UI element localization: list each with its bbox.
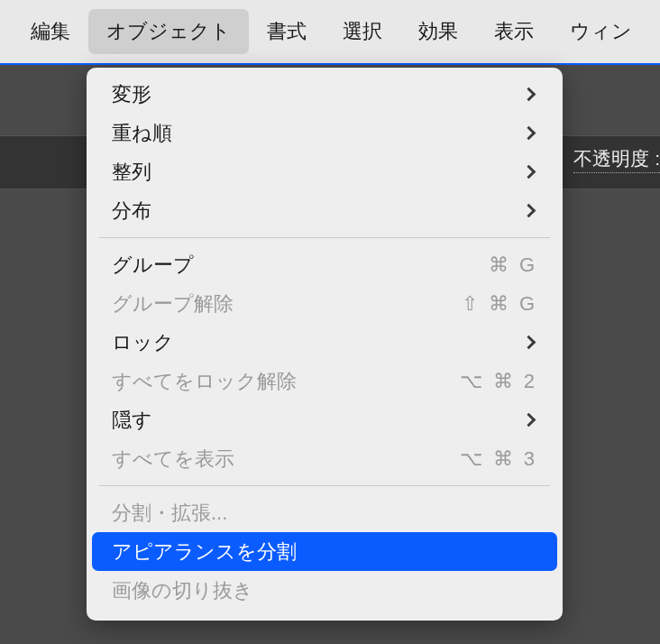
menu-window[interactable]: ウィン — [552, 9, 650, 54]
menu-item-label: 重ね順 — [112, 120, 172, 147]
shortcut-label: ⌘ G — [489, 253, 537, 277]
menu-expand: 分割・拡張... — [92, 493, 557, 532]
menu-edit[interactable]: 編集 — [13, 9, 88, 54]
menu-ungroup: グループ解除 ⇧ ⌘ G — [92, 284, 557, 323]
shortcut-label: ⌥ ⌘ 3 — [460, 447, 537, 471]
opacity-label: 不透明度 : — [573, 146, 660, 173]
menu-group[interactable]: グループ ⌘ G — [92, 245, 557, 284]
chevron-right-icon — [522, 413, 536, 428]
menu-item-label: 画像の切り抜き — [112, 577, 253, 604]
menu-separator — [99, 485, 550, 486]
menu-item-label: すべてを表示 — [112, 446, 234, 473]
chevron-right-icon — [522, 336, 536, 350]
menu-view[interactable]: 表示 — [476, 9, 552, 54]
menu-item-label: 分布 — [112, 198, 151, 225]
menu-select[interactable]: 選択 — [325, 9, 400, 54]
chevron-right-icon — [522, 165, 536, 179]
menu-effect[interactable]: 効果 — [400, 9, 476, 54]
chevron-right-icon — [522, 87, 536, 102]
menu-expand-appearance[interactable]: アピアランスを分割 — [92, 532, 557, 571]
menu-item-label: 分割・拡張... — [112, 500, 227, 527]
menu-item-label: 整列 — [112, 159, 151, 186]
menu-crop-image: 画像の切り抜き — [92, 571, 557, 610]
menu-align[interactable]: 整列 — [92, 152, 557, 191]
shortcut-label: ⌥ ⌘ 2 — [460, 370, 537, 393]
menu-format[interactable]: 書式 — [249, 9, 325, 54]
chevron-right-icon — [522, 204, 536, 218]
menu-item-label: グループ解除 — [112, 290, 234, 317]
menubar: 編集 オブジェクト 書式 選択 効果 表示 ウィン — [0, 0, 660, 65]
menu-distribute[interactable]: 分布 — [92, 191, 557, 230]
menu-separator — [99, 237, 550, 238]
shortcut-label: ⇧ ⌘ G — [462, 292, 537, 316]
menu-item-label: グループ — [112, 252, 194, 279]
menu-hide[interactable]: 隠す — [92, 400, 557, 439]
menu-item-label: 変形 — [112, 81, 151, 108]
chevron-right-icon — [522, 126, 536, 141]
menu-object[interactable]: オブジェクト — [88, 9, 249, 54]
menu-item-label: すべてをロック解除 — [112, 368, 297, 395]
menu-item-label: 隠す — [112, 407, 152, 434]
menu-lock[interactable]: ロック — [92, 323, 557, 362]
object-dropdown: 変形 重ね順 整列 分布 グループ ⌘ G グループ解除 ⇧ ⌘ G ロック す… — [87, 68, 563, 621]
menu-unlock-all: すべてをロック解除 ⌥ ⌘ 2 — [92, 362, 557, 400]
menu-item-label: アピアランスを分割 — [112, 538, 297, 566]
menu-show-all: すべてを表示 ⌥ ⌘ 3 — [92, 439, 557, 478]
menu-item-label: ロック — [112, 329, 174, 356]
menu-transform[interactable]: 変形 — [92, 75, 557, 114]
menu-arrange[interactable]: 重ね順 — [92, 114, 557, 152]
